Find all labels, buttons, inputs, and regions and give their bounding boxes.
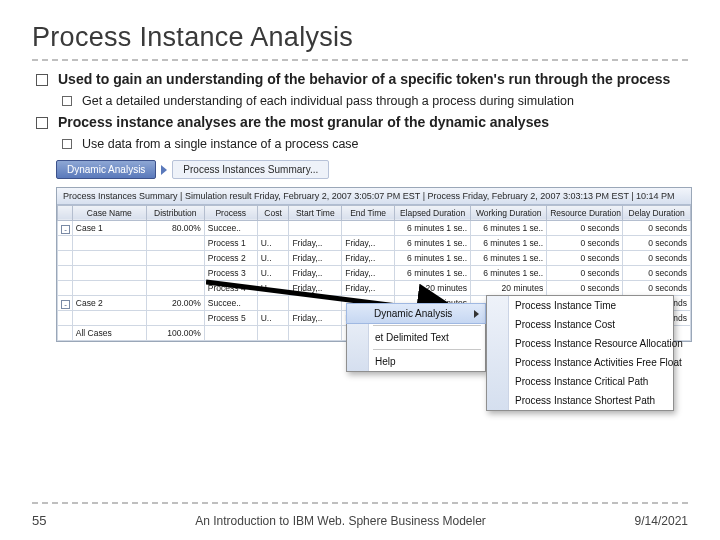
cell: Case 2: [72, 295, 146, 310]
cell: 0 seconds: [547, 220, 623, 235]
cell: 6 minutes 1 se..: [395, 250, 471, 265]
cell: [204, 325, 257, 340]
table-row[interactable]: Process 3U..Friday,..Friday,..6 minutes …: [58, 265, 691, 280]
cell: Friday,..: [289, 235, 342, 250]
footer-divider: [32, 502, 688, 504]
col-distribution[interactable]: Distribution: [146, 205, 204, 220]
cell: Friday,..: [289, 265, 342, 280]
cell: 0 seconds: [623, 250, 691, 265]
col-end[interactable]: End Time: [342, 205, 395, 220]
cell: U..: [257, 235, 289, 250]
col-delay[interactable]: Delay Duration: [623, 205, 691, 220]
cell: U..: [257, 265, 289, 280]
cell: [342, 220, 395, 235]
cell: 6 minutes 1 se..: [395, 235, 471, 250]
cell: 0 seconds: [547, 235, 623, 250]
title-divider: [32, 59, 688, 61]
col-cost[interactable]: Cost: [257, 205, 289, 220]
menu-item-label: Dynamic Analysis: [374, 308, 452, 319]
cell: Friday,..: [342, 265, 395, 280]
cell: [146, 235, 204, 250]
cell: 20.00%: [146, 295, 204, 310]
cell: [58, 310, 73, 325]
col-tree[interactable]: [58, 205, 73, 220]
cell: 0 seconds: [547, 265, 623, 280]
cell: [289, 325, 342, 340]
cell: 0 seconds: [623, 220, 691, 235]
cell: [58, 250, 73, 265]
col-case-name[interactable]: Case Name: [72, 205, 146, 220]
cell: 100.00%: [146, 325, 204, 340]
menu-item-proc-instance-critical[interactable]: Process Instance Critical Path: [487, 372, 673, 391]
table-row[interactable]: Process 2U..Friday,..Friday,..6 minutes …: [58, 250, 691, 265]
col-working[interactable]: Working Duration: [471, 205, 547, 220]
footer-date: 9/14/2021: [635, 514, 688, 528]
cell: [257, 295, 289, 310]
context-submenu: Process Instance Time Process Instance C…: [486, 295, 674, 411]
menu-item-proc-instance-cost[interactable]: Process Instance Cost: [487, 315, 673, 334]
bullet-2: Process instance analyses are the most g…: [34, 114, 682, 153]
cell: [58, 325, 73, 340]
cell: Case 1: [72, 220, 146, 235]
cell: 6 minutes 1 se..: [471, 265, 547, 280]
cell: [72, 235, 146, 250]
screenshot-area: Dynamic Analysis Process Instances Summa…: [56, 159, 692, 342]
breadcrumb-summary[interactable]: Process Instances Summary...: [172, 160, 329, 179]
cell: Succee..: [204, 220, 257, 235]
cell: Friday,..: [289, 280, 342, 295]
cell: -: [58, 220, 73, 235]
tree-toggle-icon[interactable]: -: [61, 225, 70, 234]
menu-item-proc-instance-shortest[interactable]: Process Instance Shortest Path: [487, 391, 673, 410]
cell: Process 1: [204, 235, 257, 250]
col-start[interactable]: Start Time: [289, 205, 342, 220]
menu-item-dynamic-analysis[interactable]: Dynamic Analysis: [346, 303, 486, 324]
cell: [146, 265, 204, 280]
footer: 55 An Introduction to IBM Web. Sphere Bu…: [32, 513, 688, 528]
menu-item-delimited-text[interactable]: et Delimited Text: [347, 328, 485, 347]
cell: U..: [257, 310, 289, 325]
cell: Process 2: [204, 250, 257, 265]
menu-item-proc-instance-time[interactable]: Process Instance Time: [487, 296, 673, 315]
cell: [146, 280, 204, 295]
panel-title: Process Instances Summary | Simulation r…: [57, 188, 691, 205]
footer-center: An Introduction to IBM Web. Sphere Busin…: [195, 514, 486, 528]
cell: 0 seconds: [547, 280, 623, 295]
bullet-1: Used to gain an understanding of the beh…: [34, 71, 682, 110]
cell: Friday,..: [342, 280, 395, 295]
cell: Succee..: [204, 295, 257, 310]
cell: Friday,..: [289, 310, 342, 325]
cell: [146, 250, 204, 265]
cell: 20 minutes: [395, 280, 471, 295]
menu-separator: [373, 325, 481, 326]
cell: 6 minutes 1 se..: [471, 250, 547, 265]
col-elapsed[interactable]: Elapsed Duration: [395, 205, 471, 220]
breadcrumb-dynamic-analysis[interactable]: Dynamic Analysis: [56, 160, 156, 179]
bullet-1-text: Used to gain an understanding of the beh…: [58, 71, 670, 87]
col-resource[interactable]: Resource Duration: [547, 205, 623, 220]
cell: 6 minutes 1 se..: [395, 220, 471, 235]
col-process[interactable]: Process: [204, 205, 257, 220]
cell: -: [58, 295, 73, 310]
cell: [289, 220, 342, 235]
menu-item-proc-instance-resource[interactable]: Process Instance Resource Allocation: [487, 334, 673, 353]
table-row[interactable]: Process 4U..Friday,..Friday,..20 minutes…: [58, 280, 691, 295]
breadcrumb-bar: Dynamic Analysis Process Instances Summa…: [56, 159, 692, 181]
cell: [289, 295, 342, 310]
slide-title: Process Instance Analysis: [32, 22, 688, 53]
cell: 20 minutes: [471, 280, 547, 295]
table-row[interactable]: Process 1U..Friday,..Friday,..6 minutes …: [58, 235, 691, 250]
bullet-2-text: Process instance analyses are the most g…: [58, 114, 549, 130]
table-header-row: Case Name Distribution Process Cost Star…: [58, 205, 691, 220]
menu-item-proc-instance-freefloat[interactable]: Process Instance Activities Free Float: [487, 353, 673, 372]
tree-toggle-icon[interactable]: -: [61, 300, 70, 309]
bullet-list: Used to gain an understanding of the beh…: [32, 71, 688, 153]
cell: 0 seconds: [623, 235, 691, 250]
cell: 0 seconds: [547, 250, 623, 265]
cell: Friday,..: [342, 235, 395, 250]
menu-item-help[interactable]: Help: [347, 352, 485, 371]
cell: 6 minutes 1 se..: [395, 265, 471, 280]
bullet-1a-text: Get a detailed understanding of each ind…: [58, 93, 682, 110]
table-row[interactable]: -Case 180.00%Succee..6 minutes 1 se..6 m…: [58, 220, 691, 235]
cell: All Cases: [72, 325, 146, 340]
submenu-arrow-icon: [474, 310, 479, 318]
